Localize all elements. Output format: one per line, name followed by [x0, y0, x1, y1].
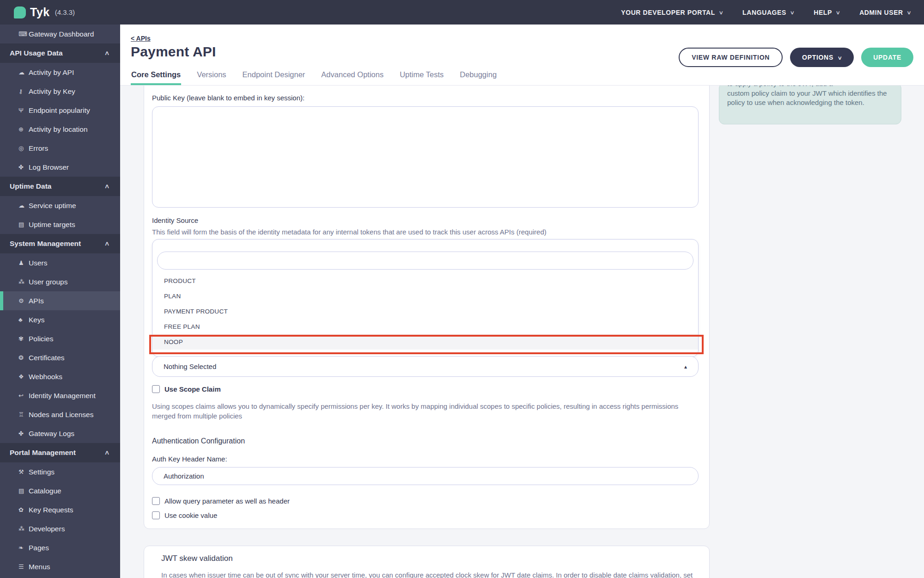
topbar-menu-admin-user[interactable]: ADMIN USER˅: [859, 9, 911, 16]
tab-endpoint-designer[interactable]: Endpoint Designer: [242, 67, 306, 85]
use-cookie-value-checkbox[interactable]: [152, 511, 160, 519]
sidebar-item-key-requests[interactable]: ✿Key Requests: [0, 500, 120, 519]
chevron-up-icon: ˄: [105, 49, 109, 57]
bug-icon: ✤: [18, 430, 29, 437]
sidebar-item-catalogue[interactable]: ▤Catalogue: [0, 481, 120, 500]
sidebar-section-label: Uptime Data: [10, 182, 51, 191]
sidebar-item-user-groups[interactable]: ⁂User groups: [0, 272, 120, 291]
dropdown-option-noop[interactable]: NOOP: [153, 334, 698, 350]
sidebar-section-portal-management[interactable]: Portal Management˄: [0, 443, 120, 462]
list-icon: ▤: [18, 221, 29, 228]
sidebar-item-label: Identity Management: [29, 392, 96, 400]
dropdown-option-plan[interactable]: PLAN: [153, 289, 698, 304]
tab-bar: Core SettingsVersionsEndpoint DesignerAd…: [131, 67, 497, 85]
sidebar-item-label: APIs: [29, 297, 44, 305]
sidebar-item-certificates[interactable]: ❂Certificates: [0, 348, 120, 367]
chevron-up-icon: ˄: [105, 183, 109, 191]
sidebar-item-developers[interactable]: ⁂Developers: [0, 519, 120, 538]
tab-uptime-tests[interactable]: Uptime Tests: [399, 67, 444, 85]
dropdown-option-free-plan[interactable]: FREE PLAN: [153, 319, 698, 334]
options-button[interactable]: OPTIONS ˅: [790, 48, 854, 67]
paw-icon: ✿: [18, 506, 29, 513]
sidebar-item-label: Gateway Dashboard: [29, 30, 94, 38]
sidebar-item-apis[interactable]: ⚙APIs: [0, 291, 120, 310]
sidebar-item-label: Certificates: [29, 354, 65, 362]
tyk-leaf-icon: [14, 6, 26, 18]
sidebar-item-uptime-targets[interactable]: ▤Uptime targets: [0, 215, 120, 234]
identity-source-search-input[interactable]: [157, 252, 693, 270]
sidebar-item-activity-by-key[interactable]: ⚷Activity by Key: [0, 82, 120, 101]
wrench-icon: ⚒: [18, 468, 29, 475]
identity-source-label: Identity Source: [152, 216, 198, 224]
sidebar-item-activity-by-location[interactable]: ⊕Activity by location: [0, 120, 120, 139]
sidebar-section-label: System Management: [10, 240, 81, 248]
sidebar-item-label: Pages: [29, 544, 49, 552]
topbar-menu-languages[interactable]: LANGUAGES˅: [742, 9, 794, 16]
use-cookie-value-row: Use cookie value: [152, 511, 217, 519]
cloud-icon: ☁: [18, 69, 29, 76]
bank-icon: ♖: [18, 411, 29, 418]
view-raw-definition-button[interactable]: VIEW RAW DEFINITION: [679, 48, 783, 67]
dropdown-option-payment-product[interactable]: PAYMENT PRODUCT: [153, 304, 698, 319]
sidebar-item-policies[interactable]: ✾Policies: [0, 329, 120, 348]
tab-advanced-options[interactable]: Advanced Options: [321, 67, 384, 85]
sidebar-section-api-usage-data[interactable]: API Usage Data˄: [0, 43, 120, 63]
certificate-icon: ❂: [18, 354, 29, 361]
help-text-line: custom policy claim to your JWT which id…: [727, 89, 893, 108]
identity-source-select[interactable]: Nothing Selected ▴: [152, 356, 699, 377]
sidebar-item-pages[interactable]: ❧Pages: [0, 538, 120, 557]
topbar-menu-label: HELP: [814, 9, 832, 16]
bell-icon: ❖: [18, 373, 29, 380]
sidebar-item-keys[interactable]: ♣Keys: [0, 310, 120, 329]
chevron-down-icon: ˅: [907, 9, 911, 16]
update-button[interactable]: UPDATE: [861, 48, 913, 67]
sidebar-item-log-browser[interactable]: ✤Log Browser: [0, 158, 120, 177]
sidebar-item-label: Policies: [29, 335, 53, 343]
sidebar-item-activity-by-api[interactable]: ☁Activity by API: [0, 63, 120, 82]
sidebar-item-users[interactable]: ♟Users: [0, 253, 120, 272]
tab-versions[interactable]: Versions: [196, 67, 226, 85]
auth-key-header-input[interactable]: [152, 467, 699, 485]
sidebar-item-nodes-and-licenses[interactable]: ♖Nodes and Licenses: [0, 405, 120, 424]
topbar-menu: YOUR DEVELOPER PORTAL˅LANGUAGES˅HELP˅ADM…: [621, 9, 911, 16]
version-label: (4.3.3): [55, 8, 75, 16]
sidebar-item-label: Key Requests: [29, 506, 73, 514]
dropdown-option-product[interactable]: PRODUCT: [153, 273, 698, 289]
chevron-down-icon: ˅: [719, 9, 723, 16]
breadcrumb-apis-link[interactable]: < APIs: [131, 35, 151, 42]
user-icon: ♟: [18, 259, 29, 266]
sidebar-item-service-uptime[interactable]: ☁Service uptime: [0, 196, 120, 215]
sidebar-section-uptime-data[interactable]: Uptime Data˄: [0, 177, 120, 196]
allow-query-param-label: Allow query parameter as well as header: [164, 497, 290, 505]
tab-core-settings[interactable]: Core Settings: [131, 67, 181, 85]
use-scope-claim-checkbox[interactable]: [152, 385, 160, 393]
allow-query-param-checkbox[interactable]: [152, 497, 160, 505]
sidebar-item-gateway-dashboard[interactable]: ⌨Gateway Dashboard: [0, 25, 120, 43]
topbar-menu-help[interactable]: HELP˅: [814, 9, 840, 16]
policy-help-text: to apply a policy to the JWT, add a cust…: [727, 86, 893, 108]
gears-icon: ⚙: [18, 297, 29, 304]
chevron-up-icon: ˄: [105, 449, 109, 457]
sidebar-item-settings[interactable]: ⚒Settings: [0, 462, 120, 481]
header-buttons: VIEW RAW DEFINITION OPTIONS ˅ UPDATE: [679, 48, 913, 67]
use-scope-claim-label: Use Scope Claim: [164, 385, 221, 393]
topbar-menu-your-developer-portal[interactable]: YOUR DEVELOPER PORTAL˅: [621, 9, 723, 16]
sidebar-section-label: Portal Management: [10, 449, 76, 457]
tyk-logo[interactable]: Tyk (4.3.3): [14, 6, 75, 19]
tab-debugging[interactable]: Debugging: [459, 67, 497, 85]
sidebar-item-label: Users: [29, 259, 47, 267]
sidebar-section-system-management[interactable]: System Management˄: [0, 234, 120, 253]
sidebar-item-endpoint-popularity[interactable]: ΨEndpoint popularity: [0, 101, 120, 120]
chevron-up-icon: ▴: [684, 363, 687, 370]
policy-help-box: to apply a policy to the JWT, add a cust…: [719, 86, 901, 124]
sidebar-item-identity-management[interactable]: ↩Identity Management: [0, 386, 120, 405]
sidebar-item-gateway-logs[interactable]: ✤Gateway Logs: [0, 424, 120, 443]
sidebar-item-webhooks[interactable]: ❖Webhooks: [0, 367, 120, 386]
sidebar-item-errors[interactable]: ◎Errors: [0, 139, 120, 158]
users-group-icon: ⁂: [18, 278, 29, 285]
public-key-textarea[interactable]: [152, 106, 699, 208]
monitor-icon: ⌨: [18, 31, 29, 37]
fork-icon: Ψ: [18, 107, 29, 114]
sidebar-item-menus[interactable]: ☰Menus: [0, 557, 120, 576]
options-button-label: OPTIONS: [802, 54, 833, 61]
